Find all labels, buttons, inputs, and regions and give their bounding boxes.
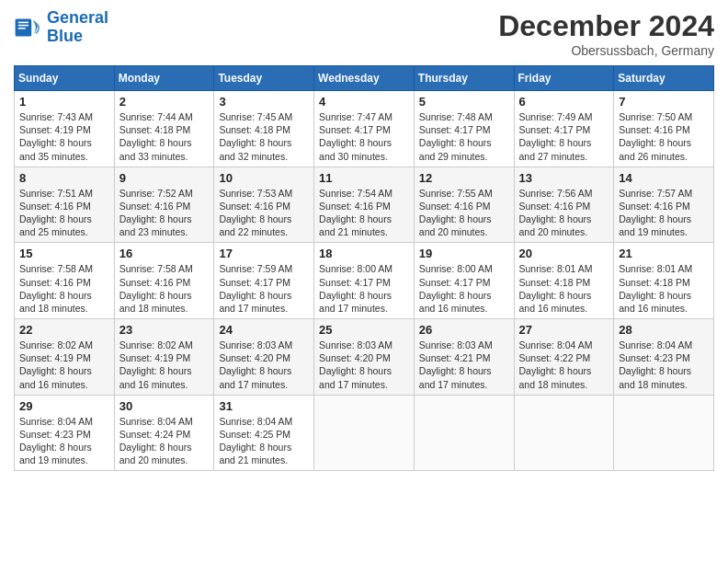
day-number: 30	[119, 399, 210, 413]
day-number: 20	[519, 247, 609, 260]
calendar-day-cell: 20 Sunrise: 8:01 AM Sunset: 4:18 PM Dayl…	[514, 243, 614, 319]
calendar-day-cell: 30 Sunrise: 8:04 AM Sunset: 4:24 PM Dayl…	[114, 395, 214, 471]
day-info: Sunrise: 7:47 AM Sunset: 4:17 PM Dayligh…	[319, 110, 409, 163]
calendar-day-cell	[414, 395, 514, 471]
day-info: Sunrise: 8:04 AM Sunset: 4:23 PM Dayligh…	[19, 415, 109, 467]
day-info: Sunrise: 7:56 AM Sunset: 4:16 PM Dayligh…	[519, 187, 609, 239]
day-info: Sunrise: 8:00 AM Sunset: 4:17 PM Dayligh…	[419, 262, 509, 315]
day-number: 15	[19, 247, 109, 260]
day-number: 18	[319, 247, 409, 260]
day-number: 28	[619, 323, 709, 337]
calendar-day-cell: 15 Sunrise: 7:58 AM Sunset: 4:16 PM Dayl…	[15, 243, 115, 319]
weekday-header-cell: Thursday	[414, 66, 514, 91]
calendar-day-cell: 2 Sunrise: 7:44 AM Sunset: 4:18 PM Dayli…	[114, 91, 214, 167]
calendar-week-row: 15 Sunrise: 7:58 AM Sunset: 4:16 PM Dayl…	[15, 243, 714, 319]
calendar-day-cell: 19 Sunrise: 8:00 AM Sunset: 4:17 PM Dayl…	[414, 243, 514, 319]
calendar-body: 1 Sunrise: 7:43 AM Sunset: 4:19 PM Dayli…	[15, 91, 714, 471]
day-info: Sunrise: 7:45 AM Sunset: 4:18 PM Dayligh…	[219, 110, 309, 163]
calendar-day-cell	[314, 395, 415, 471]
calendar-day-cell: 6 Sunrise: 7:49 AM Sunset: 4:17 PM Dayli…	[514, 91, 614, 167]
day-number: 27	[519, 323, 609, 337]
day-number: 17	[219, 247, 309, 260]
calendar-day-cell: 21 Sunrise: 8:01 AM Sunset: 4:18 PM Dayl…	[614, 243, 714, 319]
day-number: 1	[19, 95, 109, 109]
day-info: Sunrise: 8:00 AM Sunset: 4:17 PM Dayligh…	[319, 262, 409, 315]
day-info: Sunrise: 7:51 AM Sunset: 4:16 PM Dayligh…	[19, 187, 109, 239]
calendar-day-cell: 9 Sunrise: 7:52 AM Sunset: 4:16 PM Dayli…	[114, 167, 214, 243]
day-number: 7	[619, 95, 709, 109]
calendar-day-cell: 4 Sunrise: 7:47 AM Sunset: 4:17 PM Dayli…	[314, 91, 415, 167]
page-container: General Blue December 2024 Obersussbach,…	[0, 0, 728, 480]
day-number: 12	[419, 171, 509, 185]
day-info: Sunrise: 8:01 AM Sunset: 4:18 PM Dayligh…	[519, 262, 609, 315]
calendar-day-cell: 7 Sunrise: 7:50 AM Sunset: 4:16 PM Dayli…	[614, 91, 714, 167]
day-info: Sunrise: 7:59 AM Sunset: 4:17 PM Dayligh…	[219, 262, 309, 315]
day-number: 22	[19, 323, 109, 337]
day-info: Sunrise: 8:04 AM Sunset: 4:25 PM Dayligh…	[219, 415, 309, 467]
day-number: 21	[619, 247, 709, 260]
title-area: December 2024 Obersussbach, Germany	[498, 9, 714, 58]
day-info: Sunrise: 8:02 AM Sunset: 4:19 PM Dayligh…	[119, 339, 210, 391]
calendar-day-cell: 5 Sunrise: 7:48 AM Sunset: 4:17 PM Dayli…	[414, 91, 514, 167]
weekday-header-cell: Tuesday	[214, 66, 314, 91]
day-number: 10	[219, 171, 309, 185]
day-info: Sunrise: 8:02 AM Sunset: 4:19 PM Dayligh…	[19, 339, 109, 391]
day-number: 9	[119, 171, 210, 185]
svg-rect-2	[18, 25, 28, 27]
calendar-day-cell: 22 Sunrise: 8:02 AM Sunset: 4:19 PM Dayl…	[15, 319, 115, 396]
day-info: Sunrise: 8:01 AM Sunset: 4:18 PM Dayligh…	[619, 262, 709, 315]
weekday-header-cell: Saturday	[614, 66, 714, 91]
calendar-day-cell: 26 Sunrise: 8:03 AM Sunset: 4:21 PM Dayl…	[414, 319, 514, 396]
calendar-week-row: 29 Sunrise: 8:04 AM Sunset: 4:23 PM Dayl…	[15, 395, 714, 471]
calendar-day-cell: 16 Sunrise: 7:58 AM Sunset: 4:16 PM Dayl…	[114, 243, 214, 319]
day-info: Sunrise: 7:57 AM Sunset: 4:16 PM Dayligh…	[619, 187, 709, 239]
calendar-day-cell: 1 Sunrise: 7:43 AM Sunset: 4:19 PM Dayli…	[15, 91, 115, 167]
day-info: Sunrise: 8:03 AM Sunset: 4:20 PM Dayligh…	[319, 339, 409, 391]
day-number: 14	[619, 171, 709, 185]
day-info: Sunrise: 7:53 AM Sunset: 4:16 PM Dayligh…	[219, 187, 309, 239]
day-number: 23	[119, 323, 210, 337]
day-info: Sunrise: 7:50 AM Sunset: 4:16 PM Dayligh…	[619, 110, 709, 163]
weekday-header-cell: Sunday	[15, 66, 115, 91]
day-number: 25	[319, 323, 409, 337]
day-number: 31	[219, 399, 309, 413]
day-number: 16	[119, 247, 210, 260]
weekday-header-cell: Wednesday	[314, 66, 415, 91]
day-info: Sunrise: 8:04 AM Sunset: 4:24 PM Dayligh…	[119, 415, 210, 467]
day-info: Sunrise: 7:49 AM Sunset: 4:17 PM Dayligh…	[519, 110, 609, 163]
day-info: Sunrise: 8:03 AM Sunset: 4:20 PM Dayligh…	[219, 339, 309, 391]
day-info: Sunrise: 7:44 AM Sunset: 4:18 PM Dayligh…	[119, 110, 210, 163]
weekday-header-cell: Friday	[514, 66, 614, 91]
day-info: Sunrise: 7:48 AM Sunset: 4:17 PM Dayligh…	[419, 110, 509, 163]
location: Obersussbach, Germany	[498, 43, 714, 58]
calendar-week-row: 22 Sunrise: 8:02 AM Sunset: 4:19 PM Dayl…	[15, 319, 714, 396]
weekday-header-cell: Monday	[114, 66, 214, 91]
logo-text: General Blue	[47, 9, 108, 46]
day-number: 5	[419, 95, 509, 109]
calendar-day-cell: 8 Sunrise: 7:51 AM Sunset: 4:16 PM Dayli…	[15, 167, 115, 243]
calendar-day-cell	[614, 395, 714, 471]
calendar-day-cell: 25 Sunrise: 8:03 AM Sunset: 4:20 PM Dayl…	[314, 319, 415, 396]
calendar-day-cell: 24 Sunrise: 8:03 AM Sunset: 4:20 PM Dayl…	[214, 319, 314, 396]
svg-rect-3	[18, 28, 26, 29]
day-info: Sunrise: 8:04 AM Sunset: 4:23 PM Dayligh…	[619, 339, 709, 391]
calendar-week-row: 8 Sunrise: 7:51 AM Sunset: 4:16 PM Dayli…	[15, 167, 714, 243]
logo: General Blue	[14, 9, 108, 46]
weekday-header-row: SundayMondayTuesdayWednesdayThursdayFrid…	[15, 66, 714, 91]
svg-rect-1	[18, 21, 28, 23]
calendar-day-cell: 14 Sunrise: 7:57 AM Sunset: 4:16 PM Dayl…	[614, 167, 714, 243]
calendar-day-cell: 3 Sunrise: 7:45 AM Sunset: 4:18 PM Dayli…	[214, 91, 314, 167]
day-info: Sunrise: 7:58 AM Sunset: 4:16 PM Dayligh…	[119, 262, 210, 315]
calendar-day-cell: 17 Sunrise: 7:59 AM Sunset: 4:17 PM Dayl…	[214, 243, 314, 319]
calendar-day-cell: 18 Sunrise: 8:00 AM Sunset: 4:17 PM Dayl…	[314, 243, 415, 319]
day-number: 29	[19, 399, 109, 413]
day-info: Sunrise: 7:43 AM Sunset: 4:19 PM Dayligh…	[19, 110, 109, 163]
calendar-week-row: 1 Sunrise: 7:43 AM Sunset: 4:19 PM Dayli…	[15, 91, 714, 167]
logo-icon	[14, 13, 43, 42]
day-number: 11	[319, 171, 409, 185]
day-number: 8	[19, 171, 109, 185]
day-info: Sunrise: 7:54 AM Sunset: 4:16 PM Dayligh…	[319, 187, 409, 239]
day-info: Sunrise: 8:04 AM Sunset: 4:22 PM Dayligh…	[519, 339, 609, 391]
day-number: 4	[319, 95, 409, 109]
day-number: 6	[519, 95, 609, 109]
